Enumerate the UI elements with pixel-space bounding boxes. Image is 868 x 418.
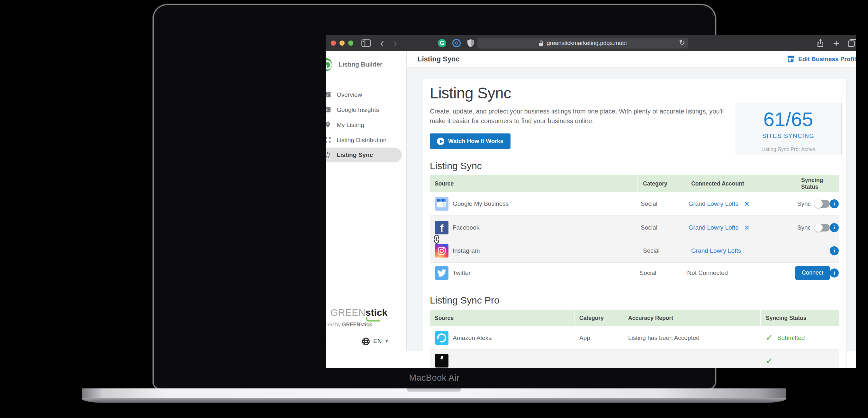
table-row-facebook: f Facebook Social Grand Lowry Lofts ×	[430, 216, 839, 239]
page-title: Listing Sync	[417, 55, 460, 63]
laptop-base	[82, 388, 786, 398]
watch-how-it-works-button[interactable]: Watch How It Works	[430, 133, 510, 149]
window-zoom-button[interactable]	[348, 40, 353, 46]
listing-builder-logo	[326, 58, 332, 71]
instagram-icon	[435, 244, 448, 258]
sidebar-item-label: Google Insights	[337, 107, 379, 114]
sidebar-item-google-insights[interactable]: Google Insights	[326, 102, 406, 117]
info-icon[interactable]: i	[830, 246, 839, 255]
browser-chrome: ‹ › G greenstickmarketing.pdqs.mobi ↻	[326, 35, 856, 51]
new-tab-icon[interactable]: +	[833, 38, 839, 49]
pro-table-header: Source Category Accuracy Report Syncing …	[430, 310, 839, 326]
sidebar-footer: GREENstick Powered by GREENstick ← EN ▾	[326, 297, 406, 352]
language-caret-icon[interactable]: ▾	[385, 338, 388, 344]
main-content: Listing Sync Edit Business Profile Listi…	[407, 51, 856, 352]
tab-overview-icon[interactable]	[848, 39, 856, 47]
sidebar-item-label: Overview	[337, 91, 362, 98]
info-icon[interactable]: i	[830, 199, 839, 208]
sidebar-item-listing-sync[interactable]: Listing Sync	[326, 148, 402, 162]
table-row-instagram: Instagram Social Grand Lowry Lofts i	[430, 239, 839, 262]
table-row-google-my-business: G Google My Business Social Grand Lowry …	[430, 192, 839, 216]
sync-toggle[interactable]	[815, 224, 830, 232]
app-window: Listing Builder Overview	[326, 51, 856, 368]
laptop-bezel: ‹ › G greenstickmarketing.pdqs.mobi ↻	[154, 5, 715, 388]
sites-syncing-label: SITES SYNCING	[735, 132, 841, 140]
info-icon[interactable]: i	[830, 223, 839, 232]
sync-arrows-icon	[326, 151, 332, 158]
apple-icon	[435, 354, 448, 367]
forward-chevron-icon[interactable]: ›	[393, 37, 397, 49]
laptop-screen: ‹ › G greenstickmarketing.pdqs.mobi ↻	[326, 35, 856, 368]
connected-account-link[interactable]: Grand Lowry Lofts	[688, 224, 738, 231]
connect-button[interactable]: Connect	[795, 266, 830, 280]
dashboard-icon	[326, 91, 332, 98]
info-icon[interactable]: i	[830, 268, 839, 277]
check-icon: ✓	[766, 356, 773, 366]
globe-icon	[362, 337, 370, 346]
sidebar-nav: Overview Google Insights	[326, 78, 406, 162]
location-pin-icon	[326, 121, 332, 128]
content-toolbar: Listing Sync Edit Business Profile	[407, 51, 856, 67]
sidebar-title: Listing Builder	[339, 61, 382, 68]
sidebar: Listing Builder Overview	[326, 51, 407, 352]
listing-sync-card: Listing Sync Create, update, and protect…	[423, 79, 846, 368]
refresh-icon[interactable]: ↻	[679, 38, 685, 47]
share-icon[interactable]	[816, 38, 825, 48]
sync-table-heading: Listing Sync	[430, 160, 839, 171]
amazon-alexa-icon	[435, 331, 448, 345]
table-row-amazon-alexa: Amazon Alexa App Listing has been Accept…	[430, 326, 839, 350]
play-icon	[437, 138, 444, 145]
linked-accounts-chain-icon	[431, 234, 442, 245]
table-row-partial: ✓	[430, 350, 839, 368]
table-row-twitter: Twitter Social Not Connected Connect i	[430, 263, 839, 283]
disconnect-x-icon[interactable]: ×	[744, 223, 749, 232]
check-icon: ✓	[766, 333, 773, 343]
sidebar-item-overview[interactable]: Overview	[326, 87, 406, 102]
laptop-base-edge	[82, 398, 786, 403]
privacy-extension-icon[interactable]	[452, 39, 461, 47]
sidebar-item-label: Listing Sync	[337, 151, 373, 158]
laptop-base-notch	[407, 388, 461, 392]
facebook-icon: f	[435, 221, 448, 234]
connected-account-link[interactable]: Grand Lowry Lofts	[691, 247, 741, 254]
powered-by-text: Powered by GREENstick	[326, 322, 372, 328]
disconnect-x-icon[interactable]: ×	[744, 199, 749, 208]
distribution-arrows-icon	[326, 136, 332, 143]
section-description: Create, update, and protect your busines…	[430, 107, 732, 126]
address-bar[interactable]: greenstickmarketing.pdqs.mobi ↻	[477, 38, 688, 49]
greenstick-hook-mark	[366, 317, 381, 322]
sync-toggle[interactable]	[815, 200, 830, 208]
sites-syncing-card: 61/65 SITES SYNCING Listing Sync Pro: Ac…	[735, 103, 842, 155]
section-heading: Listing Sync	[430, 84, 839, 102]
sidebar-item-listing-distribution[interactable]: Listing Distribution	[326, 132, 406, 148]
pro-table: Source Category Accuracy Report Syncing …	[430, 310, 839, 368]
insights-chart-icon	[326, 106, 332, 113]
window-minimize-button[interactable]	[340, 40, 345, 46]
shield-extension-icon[interactable]	[467, 39, 474, 48]
connected-account-link[interactable]: Grand Lowry Lofts	[688, 200, 738, 207]
facebook-instagram-group: f Facebook Social Grand Lowry Lofts ×	[430, 216, 839, 263]
google-my-business-icon: G	[435, 197, 448, 211]
collapse-sidebar-icon[interactable]: ←	[326, 337, 328, 346]
back-chevron-icon[interactable]: ‹	[380, 37, 384, 49]
lock-icon	[539, 40, 544, 46]
edit-business-profile-link[interactable]: Edit Business Profile	[786, 55, 856, 63]
window-close-button[interactable]	[331, 40, 336, 46]
language-selector[interactable]: EN	[373, 338, 381, 345]
greenstick-logo: GREENstick	[326, 307, 402, 318]
language-row: ← EN ▾	[326, 337, 406, 346]
sidebar-item-my-listing[interactable]: My Listing	[326, 117, 406, 132]
url-text: greenstickmarketing.pdqs.mobi	[547, 40, 626, 47]
grammarly-extension-icon[interactable]: G	[438, 39, 446, 47]
pro-table-heading: Listing Sync Pro	[430, 295, 839, 306]
browser-sidebar-icon[interactable]	[361, 39, 371, 47]
sites-syncing-count: 61/65	[735, 108, 841, 130]
sync-table: Source Category Connected Account Syncin…	[430, 175, 839, 283]
storefront-icon	[786, 55, 795, 63]
syncing-status-text: Submitted	[777, 334, 805, 341]
listing-sync-pro-status: Listing Sync Pro: Active	[735, 144, 841, 155]
sidebar-item-label: My Listing	[337, 122, 364, 129]
twitter-icon	[435, 266, 448, 280]
macbook-mockup: ‹ › G greenstickmarketing.pdqs.mobi ↻	[0, 0, 868, 418]
sidebar-brand-row: Listing Builder	[326, 51, 406, 78]
